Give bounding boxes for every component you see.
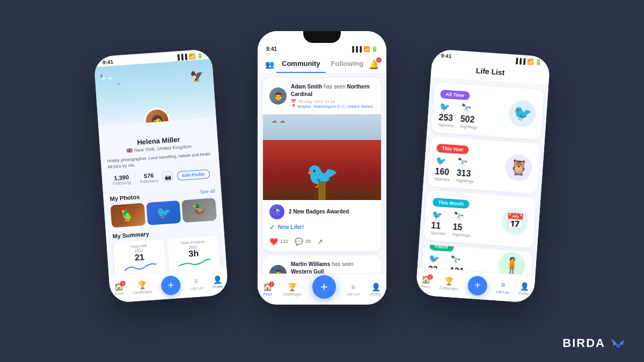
left-time: 9:41 xyxy=(103,58,114,65)
like-count: 122 xyxy=(280,239,288,244)
instagram-icon[interactable]: 📷 xyxy=(162,171,173,182)
center-nav-feed[interactable]: 🏠 3 Feed xyxy=(263,283,272,296)
alltime-sightings-num: 502 xyxy=(460,114,478,124)
bird-icon-patch: 🐦 xyxy=(428,253,444,264)
post-username: Adam Smith xyxy=(291,84,322,90)
challenges-label: Challenges xyxy=(133,289,152,294)
photo-extra[interactable]: 🦆 xyxy=(182,198,217,223)
thismonth-badge: This Month xyxy=(433,197,470,209)
see-all-link[interactable]: See all xyxy=(200,188,215,195)
right-nav-feed[interactable]: 🏠 3 Feed xyxy=(421,275,431,289)
thismonth-stats: 🐦 11 Species 🔭 15 Sightings xyxy=(430,209,502,240)
comment-button[interactable]: 💬 26 xyxy=(295,238,311,246)
lifer-text: New Lifer! xyxy=(278,224,304,230)
community-icon: 👥 xyxy=(265,60,274,69)
post-location: 📍 Mayfair, Washington D.C, United States xyxy=(291,104,375,109)
profile-icon: 👤 xyxy=(213,275,222,284)
thisyear-content: This Year 🐦 160 Species 🔭 313 Sightings xyxy=(434,142,507,186)
alltime-content: All Time 🐦 253 Species 🔭 502 Sightings xyxy=(438,88,510,132)
badges-text: 2 New Badges Awarded xyxy=(289,209,349,215)
small-bird-1: ✓ xyxy=(117,81,122,87)
thismonth-sightings-label: Sightings xyxy=(452,232,470,238)
sky-cloud: ☁ ☁ xyxy=(271,117,286,124)
center-notch xyxy=(303,31,341,43)
thismonth-content: This Month 🐦 11 Species 🔭 15 Sightings xyxy=(430,196,503,240)
followers-label: Followers xyxy=(140,178,159,184)
phones-container: 9:41 ▐▐▐ 📶 🔋 ‹ ☁ ☁ 🦅 ✓ 👩 Helena Miller 🇬… xyxy=(102,20,542,342)
comment-icon: 💬 xyxy=(295,238,303,246)
birda-bird-logo xyxy=(609,335,628,351)
left-signal: ▐▐▐ 📶 🔋 xyxy=(175,52,203,60)
alltime-species-label: Species xyxy=(438,122,453,128)
feed-content: 👨 Adam Smith has seen Northern Cardinal … xyxy=(258,73,386,289)
right-signal: ▐▐▐📶🔋 xyxy=(514,57,541,65)
alltime-stats: 🐦 253 Species 🔭 502 Sightings xyxy=(438,101,509,132)
center-challenges-label: Challenges xyxy=(283,292,302,296)
post-badges: 🔭 2 New Badges Awarded xyxy=(263,200,381,223)
cloud-decoration: ☁ ☁ xyxy=(100,73,113,80)
photo-robin[interactable]: 🦜 xyxy=(111,203,145,227)
followers-stat: 576 Followers xyxy=(140,172,159,184)
lifelist-label: Life List xyxy=(190,286,203,291)
right-nav-challenges[interactable]: 🏆 Challenges xyxy=(439,276,459,290)
nav-add-button[interactable]: + xyxy=(160,275,181,295)
wave-chart xyxy=(124,261,157,273)
phone-left: 9:41 ▐▐▐ 📶 🔋 ‹ ☁ ☁ 🦅 ✓ 👩 Helena Miller 🇬… xyxy=(93,48,229,302)
center-nav-lifelist[interactable]: ≡ Life List xyxy=(347,283,360,296)
lifelist-title: Life List xyxy=(438,63,542,79)
post-user-info: Adam Smith has seen Northern Cardinal 📅 … xyxy=(291,83,375,109)
checkmark-icon: ✓ xyxy=(269,224,275,231)
nav-lifelist[interactable]: ≡ Life List xyxy=(189,276,203,291)
thisyear-species-num: 160 xyxy=(435,166,451,177)
edit-profile-button[interactable]: Edit Profile xyxy=(177,169,210,180)
binoculars-icon-thisyear: 🔭 xyxy=(457,157,475,168)
share-icon: ↗ xyxy=(317,238,323,246)
center-add-button[interactable]: + xyxy=(312,275,336,299)
nav-challenges[interactable]: 🏆 Challenges xyxy=(133,279,152,294)
share-button[interactable]: ↗ xyxy=(317,238,323,246)
feed-label: Feed xyxy=(115,291,123,295)
tab-following[interactable]: Following xyxy=(326,56,369,73)
center-top: 9:41 ▐▐▐📶🔋 xyxy=(258,31,386,53)
alltime-sightings-label: Sightings xyxy=(460,123,478,129)
following-label: Following xyxy=(113,180,131,186)
right-profile-label: Profile xyxy=(518,291,529,295)
thismonth-sightings: 🔭 15 Sightings xyxy=(452,211,471,238)
bell-button[interactable]: 🔔 3 xyxy=(369,60,379,70)
comment-count: 26 xyxy=(305,239,311,244)
alltime-species: 🐦 253 Species xyxy=(438,101,455,128)
right-add-button[interactable]: + xyxy=(467,275,488,295)
tab-community[interactable]: Community xyxy=(276,56,326,73)
thisyear-stats: 🐦 160 Species 🔭 313 Sightings xyxy=(434,155,506,186)
post-meta: 📅 26 May 2022 14:48 xyxy=(291,99,375,104)
like-button[interactable]: ❤️ 122 xyxy=(269,238,288,246)
right-nav-lifelist[interactable]: ≡ Life List xyxy=(496,280,510,294)
center-lifelist-label: Life List xyxy=(347,292,360,296)
thismonth-species-num: 11 xyxy=(431,220,447,231)
post-cardinal: 👨 Adam Smith has seen Northern Cardinal … xyxy=(263,78,381,251)
center-nav-challenges[interactable]: 🏆 Challenges xyxy=(283,283,302,296)
right-lifelist-icon: ≡ xyxy=(501,280,506,289)
phone-center: 9:41 ▐▐▐📶🔋 👥 Community Following 🔔 3 xyxy=(258,31,386,305)
nav-profile[interactable]: 👤 Profile xyxy=(212,275,224,289)
center-time: 9:41 xyxy=(266,46,277,52)
center-feed-badge: 3 xyxy=(269,282,274,287)
lifelist-content: All Time 🐦 253 Species 🔭 502 Sightings xyxy=(418,77,548,276)
center-nav-profile[interactable]: 👤 Profile xyxy=(370,283,381,296)
right-nav-profile[interactable]: 👤 Profile xyxy=(518,282,530,295)
lifelist-icon: ≡ xyxy=(194,276,199,285)
heart-icon: ❤️ xyxy=(269,238,278,246)
post-username-2: Martin Williams xyxy=(291,261,330,267)
thisyear-sightings-label: Sightings xyxy=(456,178,473,183)
calendar-icon: 📅 xyxy=(291,99,296,104)
alltime-badge: All Time xyxy=(440,90,470,100)
challenges-icon: 🏆 xyxy=(137,280,147,289)
nav-feed[interactable]: 🏠 3 Feed xyxy=(114,282,124,295)
patch-illustration: 🧍 xyxy=(497,250,526,276)
location-text: Mayfair, Washington D.C, United States xyxy=(297,104,373,109)
photo-jay[interactable]: 🐦 xyxy=(146,201,181,225)
binoculars-icon-thismonth: 🔭 xyxy=(453,211,471,222)
wave-chart-2 xyxy=(178,257,210,269)
post-user-text: Adam Smith has seen Northern Cardinal xyxy=(291,83,375,98)
post-user-row: 👨 Adam Smith has seen Northern Cardinal … xyxy=(269,83,375,109)
